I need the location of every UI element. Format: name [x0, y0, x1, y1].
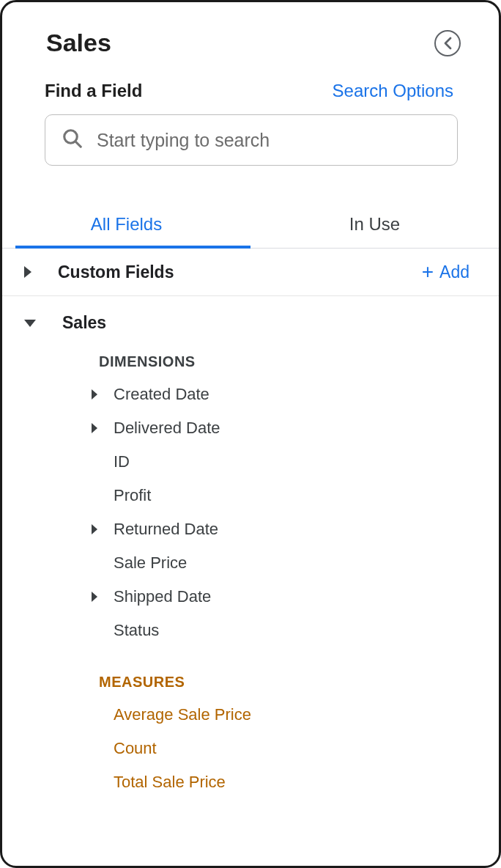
group-sales-title: Sales [62, 313, 106, 333]
search-header-row: Find a Field Search Options [2, 65, 499, 101]
panel-title: Sales [46, 29, 111, 57]
measure-count[interactable]: Count [24, 732, 499, 765]
field-label: Average Sale Price [112, 705, 251, 724]
tab-in-use[interactable]: In Use [250, 202, 499, 248]
dimension-shipped-date[interactable]: Shipped Date [24, 580, 499, 614]
chevron-right-icon[interactable] [24, 266, 31, 278]
panel-header: Sales [2, 2, 499, 65]
svg-line-1 [75, 141, 81, 147]
dimension-returned-date[interactable]: Returned Date [24, 512, 499, 546]
field-label: Count [112, 739, 157, 758]
field-label: ID [92, 452, 130, 471]
measure-total-sale-price[interactable]: Total Sale Price [24, 765, 499, 799]
chevron-right-icon [92, 592, 97, 602]
add-custom-field-button[interactable]: + Add [422, 262, 470, 282]
measure-average-sale-price[interactable]: Average Sale Price [24, 698, 499, 732]
search-options-link[interactable]: Search Options [333, 81, 453, 101]
chevron-right-icon [92, 389, 97, 400]
search-icon [62, 128, 84, 152]
dimension-id[interactable]: ID [24, 445, 499, 479]
chevron-right-icon [92, 423, 97, 433]
field-tabs: All Fields In Use [2, 202, 499, 249]
field-picker-panel: Sales Find a Field Search Options All Fi… [0, 0, 501, 868]
group-sales: Sales DIMENSIONS Created Date Delivered … [2, 296, 499, 799]
custom-fields-section[interactable]: Custom Fields + Add [2, 249, 499, 296]
search-input[interactable] [97, 130, 441, 151]
chevron-left-icon [442, 37, 453, 50]
field-label: Sale Price [92, 553, 187, 573]
dimension-created-date[interactable]: Created Date [24, 378, 499, 411]
find-field-label: Find a Field [45, 81, 142, 101]
dimension-status[interactable]: Status [24, 614, 499, 647]
dimension-delivered-date[interactable]: Delivered Date [24, 411, 499, 445]
field-label: Shipped Date [112, 587, 211, 606]
field-label: Status [92, 621, 159, 640]
custom-fields-title: Custom Fields [58, 262, 174, 282]
measures-heading: MEASURES [24, 663, 499, 698]
dimension-profit[interactable]: Profit [24, 479, 499, 512]
group-sales-header[interactable]: Sales [24, 309, 499, 343]
field-label: Profit [92, 486, 151, 505]
chevron-down-icon[interactable] [24, 320, 36, 327]
field-label: Created Date [112, 385, 209, 404]
collapse-panel-button[interactable] [434, 30, 461, 56]
field-label: Total Sale Price [112, 773, 226, 792]
field-label: Delivered Date [112, 419, 220, 438]
tab-all-fields[interactable]: All Fields [2, 202, 250, 248]
chevron-right-icon [92, 524, 97, 534]
search-box[interactable] [45, 114, 458, 166]
dimensions-heading: DIMENSIONS [24, 343, 499, 378]
plus-icon: + [422, 262, 434, 282]
dimension-sale-price[interactable]: Sale Price [24, 546, 499, 580]
field-label: Returned Date [112, 520, 218, 539]
add-label: Add [439, 262, 470, 282]
search-wrap [2, 101, 499, 166]
